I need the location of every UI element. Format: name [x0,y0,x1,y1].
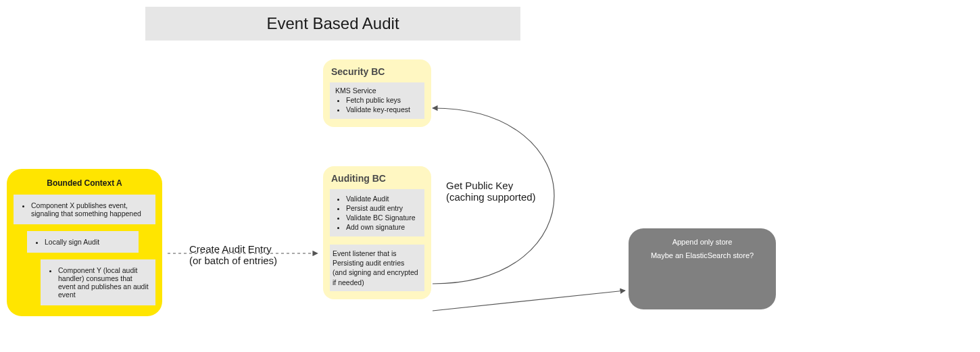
diagram-title: Event Based Audit [145,7,520,41]
security-bc-body: KMS Service Fetch public keys Validate k… [330,82,424,119]
security-bc: Security BC KMS Service Fetch public key… [323,59,431,127]
append-only-store: Append only store Maybe an ElasticSearch… [629,228,776,309]
security-item-0: Fetch public keys [346,96,422,104]
audit-item-3: Add own signature [346,223,422,231]
listener-l1: Event listener that is [333,249,422,258]
bc-a-note2-text: Locally sign Audit [45,238,133,246]
auditing-bc-title: Auditing BC [331,173,424,184]
bc-a-note3-text: Component Y (local audit handler) consum… [58,266,150,299]
label-create-l1: Create Audit Entry [189,243,277,255]
bounded-context-a: Bounded Context A Component X publishes … [7,169,162,316]
label-getkey-l1: Get Public Key [446,180,536,191]
bc-a-note3: Component Y (local audit handler) consum… [41,259,155,305]
listener-l2: Persisting audit entries [333,258,422,268]
kms-service-title: KMS Service [333,86,422,95]
label-create-l2: (or batch of entries) [189,255,277,266]
audit-item-1: Persist audit entry [346,204,422,212]
label-create-audit-entry: Create Audit Entry (or batch of entries) [189,243,277,266]
auditing-bc-body: Validate Audit Persist audit entry Valid… [330,189,424,236]
security-item-1: Validate key-request [346,105,422,114]
listener-l3: (and signing and encrypted if needed) [333,268,422,286]
label-getkey-l2: (caching supported) [446,191,536,203]
arrow-auditing-to-store [433,291,625,311]
bc-a-note1: Component X publishes event, signaling t… [14,195,155,224]
audit-item-2: Validate BC Signature [346,213,422,222]
store-l1: Append only store [642,238,762,246]
auditing-bc-listener: Event listener that is Persisting audit … [330,245,424,291]
bc-a-note2: Locally sign Audit [27,231,139,253]
bc-a-note1-text: Component X publishes event, signaling t… [31,201,150,218]
audit-item-0: Validate Audit [346,195,422,203]
security-bc-title: Security BC [331,66,424,77]
bounded-context-a-title: Bounded Context A [14,178,155,188]
auditing-bc: Auditing BC Validate Audit Persist audit… [323,166,431,299]
label-get-public-key: Get Public Key (caching supported) [446,180,536,203]
store-l2: Maybe an ElasticSearch store? [642,251,762,259]
